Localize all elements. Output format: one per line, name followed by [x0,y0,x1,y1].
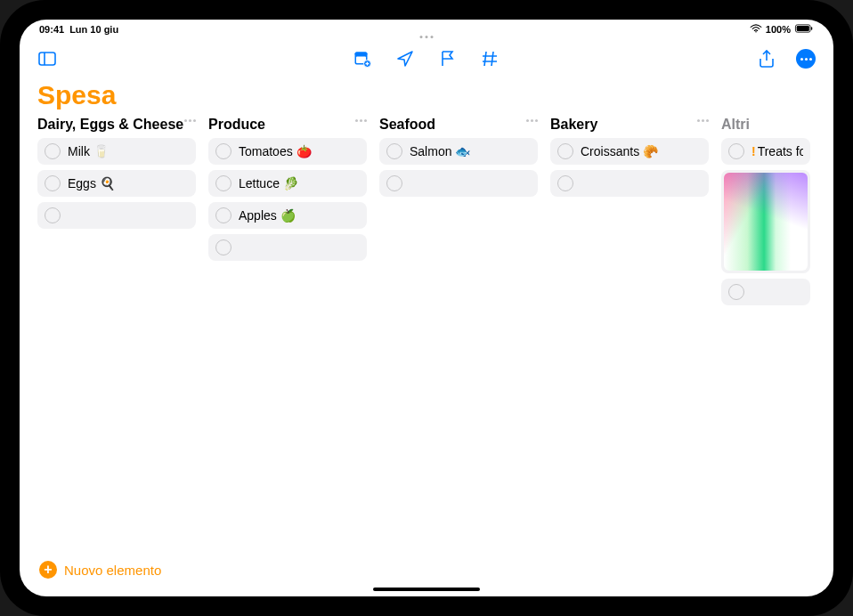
column-menu-icon[interactable] [526,116,538,122]
svg-line-13 [491,52,493,66]
reminder-image-item[interactable] [721,170,810,273]
column-items: Tomatoes 🍅Lettuce 🥬Apples 🍏 [208,138,367,261]
reminder-text: Salmon 🐟 [410,144,470,158]
reminder-text: Apples 🍏 [239,208,296,223]
reminder-item[interactable]: Croissants 🥐 [550,138,709,165]
column-header: Produce [208,116,367,138]
device-frame: 09:41 Lun 10 giu 100% [0,0,853,616]
column-header: Dairy, Eggs & Cheese [37,116,196,138]
new-item-button[interactable]: + Nuovo elemento [39,561,161,579]
list-title: Spesa [20,78,833,116]
column-menu-icon[interactable] [697,116,709,122]
complete-toggle-icon[interactable] [728,284,744,300]
complete-toggle-icon[interactable] [215,239,232,255]
reminder-text: Croissants 🥐 [581,144,658,158]
reminder-text: Tomatoes 🍅 [239,144,312,158]
column-items: !Treats for t [721,138,810,305]
complete-toggle-icon[interactable] [215,175,232,191]
flag-icon[interactable] [438,49,458,69]
reminder-item[interactable] [721,279,810,305]
column-title: Produce [208,116,265,133]
svg-rect-4 [39,53,55,65]
complete-toggle-icon[interactable] [386,143,402,159]
home-indicator[interactable] [373,588,480,591]
hashtag-icon[interactable] [481,49,500,69]
reminder-item[interactable]: Milk 🥛 [37,138,196,165]
reminder-text: !Treats for t [751,144,803,158]
screen: 09:41 Lun 10 giu 100% [20,20,833,596]
complete-toggle-icon[interactable] [45,175,61,191]
reminder-item[interactable]: Eggs 🍳 [37,170,196,197]
column-title: Dairy, Eggs & Cheese [37,116,183,133]
column-header: Bakery [550,116,709,138]
column: SeafoodSalmon 🐟 [379,116,538,596]
svg-rect-3 [811,27,812,29]
new-item-label: Nuovo elemento [64,563,161,578]
priority-indicator-icon: ! [751,144,756,158]
complete-toggle-icon[interactable] [215,143,232,159]
multitask-dots-icon[interactable] [420,36,434,38]
sidebar-toggle-icon[interactable] [37,49,57,69]
complete-toggle-icon[interactable] [728,143,744,159]
status-bar: 09:41 Lun 10 giu 100% [20,20,833,39]
reminder-item[interactable]: Tomatoes 🍅 [208,138,367,165]
complete-toggle-icon[interactable] [45,143,61,159]
svg-rect-7 [355,53,368,56]
reminder-item[interactable]: Salmon 🐟 [379,138,538,165]
complete-toggle-icon[interactable] [557,143,573,159]
column-header: Seafood [379,116,538,138]
column: ProduceTomatoes 🍅Lettuce 🥬Apples 🍏 [208,116,367,596]
columns-scroll[interactable]: Dairy, Eggs & CheeseMilk 🥛Eggs 🍳ProduceT… [20,116,833,596]
column-items: Croissants 🥐 [550,138,709,197]
column-items: Salmon 🐟 [379,138,538,197]
column-menu-icon[interactable] [355,116,367,122]
share-icon[interactable] [757,49,776,69]
complete-toggle-icon[interactable] [557,175,573,191]
column-items: Milk 🥛Eggs 🍳 [37,138,196,229]
toolbar [20,39,833,78]
svg-rect-2 [797,26,809,31]
more-menu-icon[interactable] [796,49,816,69]
reminder-item[interactable]: Apples 🍏 [208,202,367,229]
complete-toggle-icon[interactable] [45,207,61,223]
reminder-text: Lettuce 🥬 [239,176,298,190]
location-icon[interactable] [395,49,415,69]
wifi-icon [750,24,762,35]
complete-toggle-icon[interactable] [215,207,232,223]
column-title: Seafood [379,116,435,133]
calendar-add-icon[interactable] [353,49,372,69]
reminder-text: Milk 🥛 [68,144,109,158]
status-time: 09:41 [39,24,64,35]
complete-toggle-icon[interactable] [386,175,402,191]
plus-circle-icon: + [39,561,57,579]
battery-text: 100% [766,24,791,35]
status-date: Lun 10 giu [69,24,118,35]
column-header: Altri [721,116,810,138]
column: Dairy, Eggs & CheeseMilk 🥛Eggs 🍳 [37,116,196,596]
reminder-text: Eggs 🍳 [68,176,115,190]
svg-line-12 [484,52,486,66]
column: Altri!Treats for t [721,116,810,596]
reminder-image-thumbnail [724,173,808,271]
battery-icon [794,24,814,35]
reminder-item[interactable]: !Treats for t [721,138,810,165]
column-title: Bakery [550,116,597,133]
column-menu-icon[interactable] [184,116,196,122]
column: BakeryCroissants 🥐 [550,116,709,596]
reminder-item[interactable] [550,170,709,197]
svg-point-0 [755,31,757,33]
reminder-item[interactable]: Lettuce 🥬 [208,170,367,197]
columns: Dairy, Eggs & CheeseMilk 🥛Eggs 🍳ProduceT… [37,116,833,596]
reminder-item[interactable] [37,202,196,229]
reminder-item[interactable] [208,234,367,261]
reminder-item[interactable] [379,170,538,197]
column-title: Altri [721,116,750,133]
